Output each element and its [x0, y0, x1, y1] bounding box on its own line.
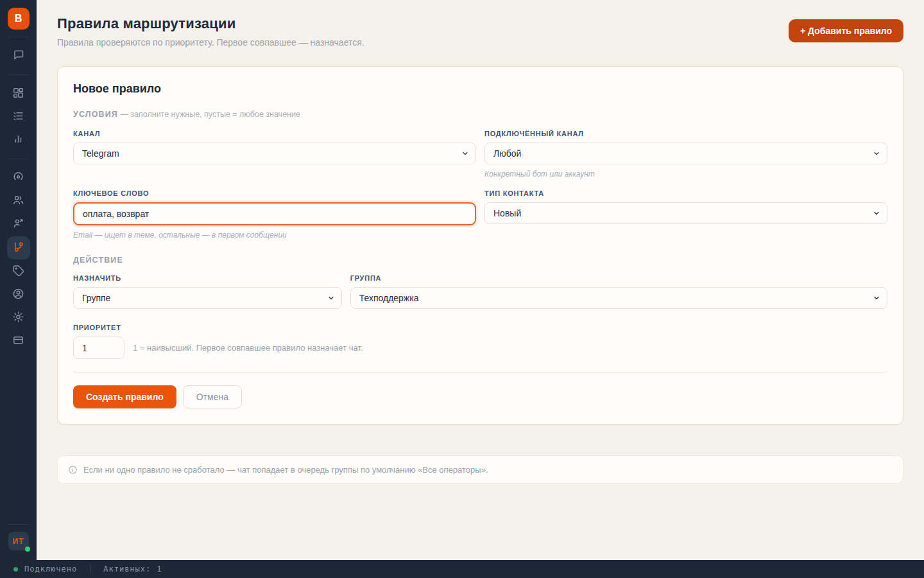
page-heading-group: Правила маршрутизации Правила проверяютс…: [57, 15, 364, 48]
action-section-label: ДЕЙСТВИЕ: [73, 256, 887, 265]
sidebar-item-analytics[interactable]: [7, 129, 30, 151]
group-select[interactable]: Техподдержка: [350, 287, 887, 309]
assign-select[interactable]: Группе: [73, 287, 342, 309]
form-buttons: Создать правило Отмена: [73, 385, 887, 408]
add-rule-button[interactable]: + Добавить правило: [789, 19, 903, 42]
group-field: Группа Техподдержка: [350, 274, 887, 309]
team-icon: [12, 194, 24, 209]
dashboard-icon: [12, 87, 24, 101]
new-rule-card: Новое правило УСЛОВИЯ — заполните нужные…: [57, 66, 903, 425]
action-grid: Назначить Группе Группа Техподдержка: [73, 274, 887, 309]
priority-label: Приоритет: [73, 324, 887, 331]
sidebar-divider: [8, 74, 29, 75]
active-rules-label: Активных:: [103, 565, 151, 574]
sidebar-divider: [8, 37, 29, 37]
sidebar-item-routing[interactable]: [7, 236, 30, 259]
conditions-section-title: УСЛОВИЯ: [73, 110, 118, 119]
keyword-label: Ключевое слово: [73, 189, 476, 197]
filters-icon: [12, 110, 24, 125]
connection-status-text: Подключено: [24, 565, 77, 574]
info-banner: Если ни одно правило не сработало — чат …: [57, 455, 903, 484]
channel-field: Канал Telegram: [73, 130, 476, 164]
conditions-section-hint: — заполните нужные, пустые = любое значе…: [118, 110, 300, 119]
assign-label: Назначить: [73, 274, 342, 282]
profile-icon: [12, 288, 24, 302]
analytics-icon: [12, 133, 24, 148]
connected-channel-hint: Конкретный бот или аккаунт: [484, 170, 887, 179]
assign-select-wrap: Группе: [73, 287, 342, 309]
contact-transfer-icon: [12, 217, 24, 232]
status-bar: Подключено Активных: 1: [0, 560, 924, 578]
info-icon: [68, 465, 78, 475]
priority-hint: 1 = наивысший. Первое совпавшее правило …: [133, 343, 363, 353]
cancel-button[interactable]: Отмена: [183, 385, 242, 408]
sidebar-item-team[interactable]: [7, 190, 30, 212]
contact-type-field: Тип контакта Новый: [484, 189, 887, 224]
card-title: Новое правило: [73, 82, 887, 96]
sidebar-item-filters[interactable]: [7, 106, 30, 128]
sidebar: B ИТ: [0, 0, 37, 560]
channel-select[interactable]: Telegram: [73, 143, 476, 164]
group-label: Группа: [350, 274, 887, 282]
sidebar-item-settings[interactable]: [7, 307, 30, 329]
routing-icon: [12, 241, 24, 256]
sidebar-item-billing[interactable]: [7, 330, 30, 352]
action-section-title: ДЕЙСТВИЕ: [73, 256, 123, 265]
active-rules-count: 1: [157, 565, 162, 574]
main-content: Правила маршрутизации Правила проверяютс…: [37, 0, 924, 560]
connected-channel-select[interactable]: Любой: [484, 143, 887, 164]
create-rule-button[interactable]: Создать правило: [73, 385, 176, 408]
billing-icon: [12, 334, 24, 349]
workspace-badge[interactable]: ИТ: [8, 532, 29, 550]
priority-field: Приоритет 1 = наивысший. Первое совпавше…: [73, 324, 887, 359]
conditions-section-label: УСЛОВИЯ — заполните нужные, пустые = люб…: [73, 110, 887, 119]
connected-channel-select-wrap: Любой: [484, 143, 887, 164]
contact-type-select[interactable]: Новый: [484, 202, 887, 224]
sidebar-divider: [8, 524, 29, 525]
priority-input[interactable]: [73, 337, 124, 359]
sidebar-item-profile[interactable]: [7, 284, 30, 306]
status-bar-divider: [90, 565, 90, 574]
channel-select-wrap: Telegram: [73, 143, 476, 164]
card-divider: [73, 372, 887, 372]
contact-type-select-wrap: Новый: [484, 202, 887, 224]
keyword-hint: Email — ищет в теме, остальные — в перво…: [73, 231, 476, 240]
connection-status-dot: [13, 567, 18, 572]
channel-label: Канал: [73, 130, 476, 137]
sidebar-item-tags[interactable]: [7, 261, 30, 283]
keyword-field: Ключевое слово Email — ищет в теме, оста…: [73, 189, 476, 240]
conditions-grid: Канал Telegram Подключённый канал Любой: [73, 130, 887, 240]
assign-field: Назначить Группе: [73, 274, 342, 309]
group-select-wrap: Техподдержка: [350, 287, 887, 309]
info-banner-text: Если ни одно правило не сработало — чат …: [83, 465, 488, 475]
page-header: Правила маршрутизации Правила проверяютс…: [57, 15, 903, 48]
sidebar-item-contact-transfer[interactable]: [7, 213, 30, 235]
connected-channel-label: Подключённый канал: [484, 130, 887, 137]
sidebar-item-broadcast[interactable]: [7, 167, 30, 189]
broadcast-icon: [12, 171, 24, 186]
sidebar-item-chats[interactable]: [7, 45, 30, 67]
chat-icon: [12, 49, 24, 64]
app-logo[interactable]: B: [8, 8, 30, 30]
sidebar-item-dashboard[interactable]: [7, 83, 30, 105]
sidebar-divider: [8, 159, 29, 159]
keyword-input[interactable]: [73, 202, 476, 225]
connected-channel-field: Подключённый канал Любой Конкретный бот …: [484, 130, 887, 179]
page-subtitle: Правила проверяются по приоритету. Перво…: [57, 37, 364, 48]
page-title: Правила маршрутизации: [57, 15, 364, 32]
workspace-badge-label: ИТ: [13, 537, 24, 546]
priority-row: 1 = наивысший. Первое совпавшее правило …: [73, 337, 887, 359]
online-status-dot: [25, 547, 30, 552]
tag-icon: [12, 265, 24, 279]
contact-type-label: Тип контакта: [484, 189, 887, 197]
gear-icon: [12, 311, 24, 326]
